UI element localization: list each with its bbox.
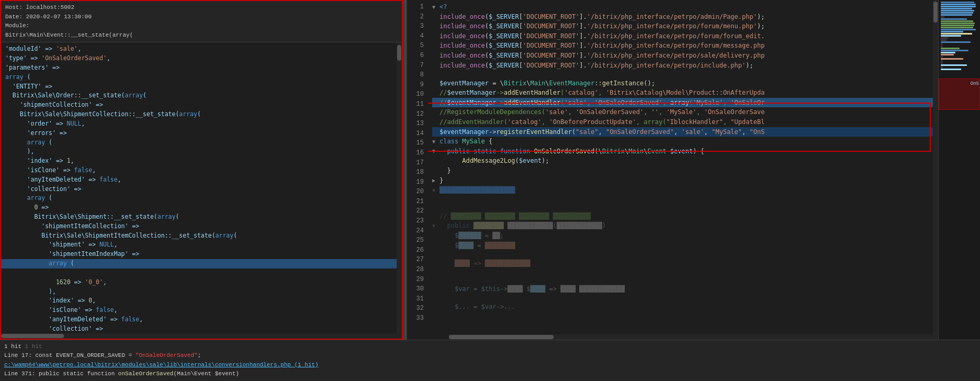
code-line-4: include_once($_SERVER['DOCUMENT_ROOT'].'… (432, 31, 938, 41)
minimap-line (941, 4, 976, 5)
code-line-23: // ████████ ████████ ████████ ██████████ (432, 211, 938, 221)
hit-count: 1 hit (4, 343, 21, 350)
left-vscrollbar[interactable] (397, 42, 402, 338)
code-line-30 (432, 276, 938, 285)
fold-icon-19[interactable]: ▶ (432, 176, 440, 185)
minimap-ons-label: OnS (971, 81, 979, 86)
code-line-18: } (432, 166, 938, 176)
fold-icon-25 (432, 232, 440, 240)
code-text-1: <? (440, 2, 938, 12)
minimap-line (941, 64, 967, 66)
code-line-6: include_once($_SERVER['DOCUMENT_ROOT'].'… (432, 51, 938, 61)
code-text-14: $eventManager->registerEventHandler("sal… (440, 127, 938, 137)
right-panel: 1 2 3 4 5 6 7 8 9 10 11 12 13 14 15 16 1… (407, 0, 980, 340)
ln-8: 8 (407, 70, 424, 80)
code-text-33: $... = $var->... (440, 302, 938, 312)
main-area: Host: localhost:5002 Date: 2020-02-07 13… (0, 0, 980, 340)
code-line-1: ▼<? (432, 2, 938, 12)
panel-splitter[interactable] (403, 0, 407, 340)
minimap-line (941, 41, 971, 43)
line17-info: Line 17: const EVENT_ON_ORDER_SAVED = "O… (4, 351, 976, 361)
code-line-17: AddMessage2Log($event); (432, 156, 938, 166)
code-line-21 (432, 195, 938, 204)
right-hscrollbar[interactable] (449, 334, 933, 340)
left-hscrollbar[interactable] (1, 333, 397, 339)
code-text-7: include_once($_SERVER['DOCUMENT_ROOT'].'… (440, 61, 938, 71)
minimap-line (941, 62, 943, 64)
code-text-23: // ████████ ████████ ████████ ██████████ (440, 211, 938, 221)
fold-icon-1[interactable]: ▼ (432, 3, 440, 12)
fold-icon-13 (432, 118, 440, 127)
left-panel: Host: localhost:5002 Date: 2020-02-07 13… (0, 0, 403, 340)
right-vscrollbar[interactable] (933, 0, 938, 340)
code-line-7: include_once($_SERVER['DOCUMENT_ROOT'].'… (432, 61, 938, 71)
right-vscrollbar-thumb[interactable] (933, 2, 938, 23)
fold-icon-10 (432, 89, 440, 97)
left-vscrollbar-thumb[interactable] (397, 45, 401, 61)
minimap-line (941, 29, 976, 30)
ln-18: 18 (407, 167, 424, 177)
ln-13: 13 (407, 119, 424, 129)
minimap-line (941, 52, 955, 53)
minimap-line (941, 48, 960, 49)
left-hscrollbar-thumb[interactable] (1, 334, 64, 338)
code-text-9: $eventManager = \Bitrix\Main\EventManage… (440, 79, 938, 88)
ln-20: 20 (407, 187, 424, 197)
code-line-11: //$eventManager->addEventHandler('sale',… (432, 98, 938, 108)
ln-2: 2 (407, 12, 424, 22)
fold-icon-17 (432, 157, 440, 165)
fold-icon-11 (432, 98, 440, 107)
ln-3: 3 (407, 21, 424, 31)
ln-33: 33 (407, 313, 424, 323)
search-hit-line: 1 hit 1 hit (4, 342, 976, 352)
code-text-17: AddMessage2Log($event); (440, 156, 938, 166)
minimap-line (941, 66, 943, 68)
ln-17: 17 (407, 158, 424, 168)
ln-31: 31 (407, 294, 424, 304)
host-line: Host: localhost:5002 (5, 3, 398, 13)
minimap-line (941, 12, 973, 14)
event-value: "OnSaleOrderSaved" (136, 352, 198, 358)
minimap[interactable]: OnS (938, 0, 980, 340)
fold-icon-9 (432, 79, 440, 87)
fold-icon-15[interactable]: ▼ (432, 138, 440, 146)
code-line-29 (432, 268, 938, 276)
right-hscrollbar-thumb[interactable] (449, 335, 554, 339)
code-area: 1 2 3 4 5 6 7 8 9 10 11 12 13 14 15 16 1… (407, 0, 980, 340)
ln-9: 9 (407, 80, 424, 90)
line-numbers: 1 2 3 4 5 6 7 8 9 10 11 12 13 14 15 16 1… (407, 0, 428, 340)
code-line-5: include_once($_SERVER['DOCUMENT_ROOT'].'… (432, 41, 938, 51)
date-line: Date: 2020-02-07 13:30:00 (5, 13, 398, 22)
fold-icon-33 (432, 303, 440, 311)
ln-12: 12 (407, 109, 424, 119)
fold-icon-24[interactable]: ▼ (432, 222, 440, 230)
minimap-line (941, 54, 954, 55)
fold-icon-21 (432, 195, 440, 204)
minimap-line (941, 25, 974, 26)
code-text-3: include_once($_SERVER['DOCUMENT_ROOT'].'… (440, 21, 938, 31)
code-text-18: } (440, 166, 938, 176)
code-line-9: $eventManager = \Bitrix\Main\EventManage… (432, 79, 938, 88)
code-line-25: $██████ = ██; (432, 231, 938, 241)
fold-icon-16[interactable]: ▼ (432, 147, 440, 155)
fold-icon-31 (432, 285, 440, 294)
ln-26: 26 (407, 245, 424, 255)
file-path[interactable]: c:\wamp64\www\petrpo.local\bitrix\module… (4, 362, 319, 368)
bottom-panel: 1 hit 1 hit Line 17: const EVENT_ON_ORDE… (0, 340, 980, 381)
minimap-content (939, 0, 980, 72)
line17-prefix: Line 17: const EVENT_ON_ORDER_SAVED = (4, 352, 136, 358)
code-content[interactable]: ▼<? include_once($_SERVER['DOCUMENT_ROOT… (428, 0, 938, 340)
ln-32: 32 (407, 304, 424, 313)
file-path-line: c:\wamp64\www\petrpo.local\bitrix\module… (4, 361, 976, 370)
ln-21: 21 (407, 197, 424, 207)
code-line-32 (432, 294, 938, 302)
code-text-16: public static function OnSaleOrderSaved(… (440, 147, 938, 156)
code-line-12: //RegisterModuleDependences('sale', 'OnS… (432, 107, 938, 117)
fold-icon-20[interactable]: ▼ (432, 186, 440, 195)
minimap-line (941, 14, 972, 16)
left-panel-content[interactable]: 'moduleId' => 'sale', 'type' => 'OnSaleO… (1, 42, 402, 338)
minimap-line (941, 8, 972, 9)
code-line-22 (432, 203, 938, 211)
func-suffix: (Main\Event $event) (173, 371, 239, 377)
code-text-15: class MySale { (440, 137, 938, 147)
